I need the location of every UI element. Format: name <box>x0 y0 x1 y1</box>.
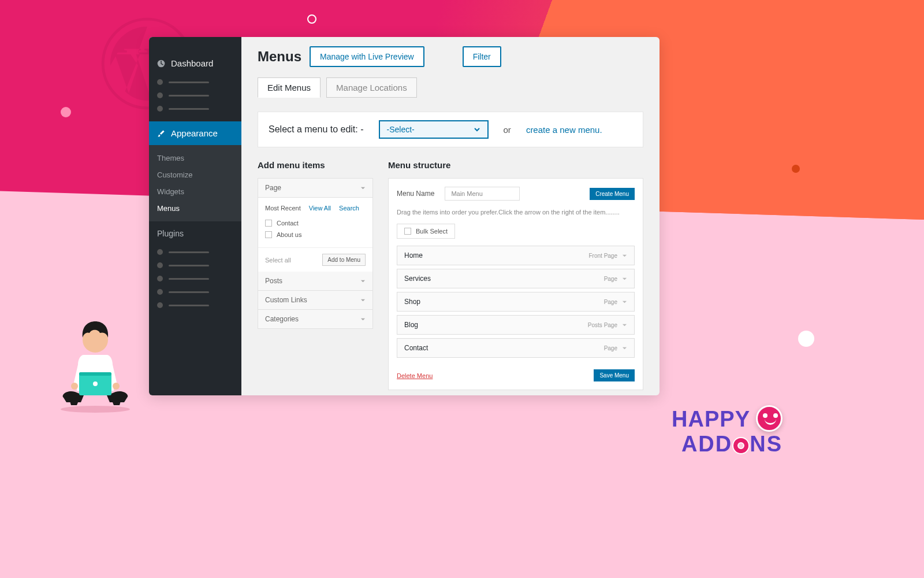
accordion-head-categories[interactable]: Categories <box>258 310 372 328</box>
submenu-menus[interactable]: Menus <box>149 200 241 217</box>
admin-window: Dashboard Appearance Themes Customize Wi… <box>149 37 660 395</box>
caret-down-icon <box>360 298 366 303</box>
caret-down-icon <box>622 299 627 305</box>
menu-name-input[interactable] <box>445 187 520 201</box>
decorative-dot-icon <box>792 165 800 173</box>
create-menu-button[interactable]: Create Menu <box>590 188 635 200</box>
select-all-link[interactable]: Select all <box>265 257 291 264</box>
bulk-select-toggle[interactable]: Bulk Select <box>397 224 455 239</box>
admin-sidebar: Dashboard Appearance Themes Customize Wi… <box>149 37 241 395</box>
svg-point-5 <box>113 383 120 390</box>
filter-button[interactable]: Filter <box>463 46 501 67</box>
brush-icon <box>157 129 165 138</box>
sidebar-skeleton-item <box>149 257 241 270</box>
logo-o-icon <box>733 438 748 453</box>
submenu-themes[interactable]: Themes <box>149 150 241 166</box>
decorative-dot-icon <box>61 107 71 117</box>
structure-header: Menu Name Create Menu <box>397 187 635 201</box>
menu-select-dropdown[interactable]: -Select- <box>379 120 489 139</box>
svg-point-2 <box>61 406 130 413</box>
sidebar-item-appearance[interactable]: Appearance <box>149 121 241 145</box>
accordion-body-page: Most Recent View All Search Contact Abou… <box>258 198 372 247</box>
acc-page-label: Page <box>265 184 281 192</box>
menu-item[interactable]: ContactPage <box>397 338 635 358</box>
structure-footer: Delete Menu Save Menu <box>397 369 635 381</box>
menu-item-label: Blog <box>404 321 418 329</box>
dashboard-label: Dashboard <box>171 58 213 68</box>
sidebar-skeleton-item <box>149 297 241 310</box>
caret-down-icon <box>622 346 627 351</box>
svg-point-8 <box>93 381 98 386</box>
accordion-footer: Select all Add to Menu <box>258 247 372 272</box>
submenu-customize[interactable]: Customize <box>149 166 241 183</box>
tab-view-all[interactable]: View All <box>309 205 331 212</box>
submenu-widgets[interactable]: Widgets <box>149 183 241 200</box>
tab-bar: Edit Menus Manage Locations <box>258 77 643 98</box>
page-item-about[interactable]: About us <box>265 229 366 240</box>
save-menu-button[interactable]: Save Menu <box>594 369 635 381</box>
menu-item-type: Page <box>604 299 627 305</box>
create-menu-link[interactable]: create a new menu. <box>526 125 602 135</box>
tab-most-recent[interactable]: Most Recent <box>265 205 301 212</box>
smiley-face-icon <box>756 405 783 432</box>
menu-item-type: Page <box>604 276 627 282</box>
menu-item-type: Posts Page <box>588 322 627 328</box>
add-to-menu-button[interactable]: Add to Menu <box>322 254 366 266</box>
select-placeholder: -Select- <box>387 125 415 134</box>
delete-menu-link[interactable]: Delete Menu <box>397 372 433 379</box>
main-content: Menus Manage with Live Preview Filter Ed… <box>241 37 660 395</box>
add-items-accordion: Page Most Recent View All Search Contact… <box>258 178 373 329</box>
menu-select-bar: Select a menu to edit: - -Select- or cre… <box>258 112 643 147</box>
sidebar-skeleton-item <box>149 270 241 283</box>
svg-rect-7 <box>79 372 111 376</box>
dashboard-icon <box>157 60 165 68</box>
decorative-circle-icon <box>307 14 316 24</box>
sidebar-skeleton-item <box>149 87 241 100</box>
caret-down-icon <box>622 253 627 258</box>
menu-name-label: Menu Name <box>397 190 434 198</box>
or-text: or <box>504 125 511 135</box>
checkbox-icon[interactable] <box>404 228 411 235</box>
menu-item-type: Front Page <box>589 253 627 259</box>
structure-title: Menu structure <box>388 160 643 170</box>
tab-search[interactable]: Search <box>339 205 359 212</box>
checkbox-icon[interactable] <box>265 220 272 227</box>
menu-item[interactable]: BlogPosts Page <box>397 315 635 335</box>
menu-item-label: Home <box>404 251 423 260</box>
caret-down-icon <box>360 279 366 284</box>
drag-hint-text: Drag the items into order you prefer.Cli… <box>397 209 635 216</box>
person-illustration-icon <box>49 310 141 416</box>
tab-edit-menus[interactable]: Edit Menus <box>258 77 321 98</box>
appearance-submenu: Themes Customize Widgets Menus <box>149 145 241 221</box>
add-items-column: Add menu items Page Most Recent View All… <box>258 160 373 390</box>
sidebar-item-dashboard[interactable]: Dashboard <box>149 53 241 73</box>
svg-point-4 <box>71 383 78 390</box>
accordion-head-posts[interactable]: Posts <box>258 272 372 291</box>
menu-items-list: HomeFront PageServicesPageShopPageBlogPo… <box>397 246 635 358</box>
menu-item-label: Shop <box>404 298 420 306</box>
checkbox-icon[interactable] <box>265 231 272 238</box>
tab-manage-locations[interactable]: Manage Locations <box>326 77 417 98</box>
page-item-contact[interactable]: Contact <box>265 217 366 229</box>
menu-item-label: Services <box>404 275 431 283</box>
decorative-dot-icon <box>798 331 814 347</box>
menu-item[interactable]: HomeFront Page <box>397 246 635 265</box>
accordion-head-custom-links[interactable]: Custom Links <box>258 291 372 310</box>
menu-item[interactable]: ServicesPage <box>397 269 635 288</box>
sidebar-skeleton-item <box>149 243 241 257</box>
menu-item-type: Page <box>604 345 627 351</box>
menu-item[interactable]: ShopPage <box>397 292 635 312</box>
sidebar-item-plugins[interactable]: Plugins <box>149 224 241 243</box>
sidebar-skeleton-item <box>149 73 241 87</box>
structure-box: Menu Name Create Menu Drag the items int… <box>388 178 643 390</box>
live-preview-button[interactable]: Manage with Live Preview <box>310 46 424 67</box>
select-menu-label: Select a menu to edit: - <box>269 124 364 135</box>
sidebar-skeleton-item <box>149 100 241 113</box>
caret-down-icon <box>622 276 627 281</box>
add-items-title: Add menu items <box>258 160 373 170</box>
page-filter-tabs: Most Recent View All Search <box>265 205 366 212</box>
accordion-head-page[interactable]: Page <box>258 179 372 198</box>
happy-addons-logo: HAPPY ADDNS <box>672 407 783 457</box>
menu-item-label: Contact <box>404 344 428 352</box>
caret-down-icon <box>622 323 627 328</box>
